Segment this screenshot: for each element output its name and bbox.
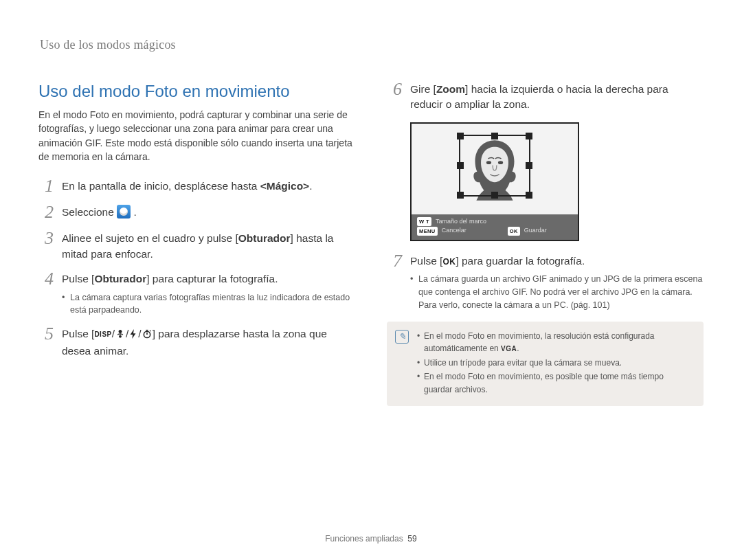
step-number: 7 (387, 252, 402, 312)
vga-icon: VGA (501, 344, 517, 355)
macro-button-icon (115, 328, 125, 343)
step-text-post: . (309, 180, 312, 192)
step-number: 1 (38, 177, 54, 195)
note-item: En el modo Foto en movimiento, es posibl… (417, 370, 694, 396)
camera-lcd-screenshot: W T Tamaño del marco MENU Cancelar OK Gu… (410, 122, 579, 241)
step-sublist: La cámara guarda un archivo GIF animado … (410, 273, 704, 311)
note-item: Utilice un trípode para evitar que la cá… (417, 357, 694, 370)
step-sublist: La cámara captura varias fotografías mie… (62, 291, 355, 317)
step-6: 6 Gire [Zoom] hacia la izquierda o hacia… (387, 82, 704, 113)
svg-rect-1 (146, 330, 148, 331)
lcd-label-save: Guardar (524, 226, 547, 236)
step-text: Pulse [ (62, 328, 94, 339)
step-number: 2 (38, 203, 54, 221)
step-text: Pulse [ (410, 255, 442, 267)
page-footer: Funciones ampliadas 59 (0, 534, 742, 544)
svg-line-3 (150, 331, 150, 331)
timer-button-icon (142, 328, 152, 343)
page-number: 59 (407, 534, 416, 544)
lcd-label-frame-size: Tamaño del marco (436, 217, 486, 227)
section-title: Uso del modo Foto en movimiento (38, 82, 355, 101)
step-7: 7 Pulse [OK] para guardar la fotografía.… (387, 254, 704, 312)
crop-frame-icon (459, 135, 530, 197)
lcd-status-bar: W T Tamaño del marco MENU Cancelar OK Gu… (412, 214, 578, 240)
intro-paragraph: En el modo Foto en movimiento, podrá cap… (38, 108, 355, 164)
step-1: 1 En la pantalla de inicio, desplácese h… (38, 179, 355, 195)
photo-in-motion-mode-icon (117, 205, 131, 219)
lcd-label-cancel: Cancelar (442, 226, 466, 236)
step-5: 5 Pulse [DISP///] para desplazarse hasta… (38, 326, 355, 359)
step-bold: Zoom (436, 83, 465, 95)
lcd-image-area (412, 124, 578, 214)
step-text: Seleccione (62, 206, 117, 218)
step-subitem: La cámara guarda un archivo GIF animado … (410, 273, 704, 311)
two-column-layout: Uso del modo Foto en movimiento En el mo… (38, 82, 704, 406)
note-box: ✎ En el modo Foto en movimiento, la reso… (387, 322, 704, 406)
step-bold: Obturador (238, 232, 291, 244)
step-number: 3 (38, 229, 54, 262)
zoom-wt-icon: W T (417, 217, 431, 226)
note-item: En el modo Foto en movimiento, la resolu… (417, 330, 694, 355)
step-bold: <Mágico> (260, 180, 310, 192)
note-text: En el modo Foto en movimiento, la resolu… (424, 331, 655, 354)
ok-button-icon: OK (442, 256, 456, 268)
step-text-post: ] para guardar la fotografía. (456, 255, 585, 267)
step-subitem: La cámara captura varias fotografías mie… (62, 291, 355, 317)
ok-button-icon: OK (508, 227, 520, 236)
breadcrumb: Uso de los modos mágicos (40, 38, 176, 52)
step-text: En la pantalla de inicio, desplácese has… (62, 180, 260, 192)
manual-page: Uso de los modos mágicos Uso del modo Fo… (0, 0, 742, 560)
step-text-post: . (133, 206, 136, 218)
note-text-post: . (517, 344, 519, 353)
step-4: 4 Pulse [Obturador] para capturar la fot… (38, 271, 355, 317)
note-list: En el modo Foto en movimiento, la resolu… (417, 330, 694, 396)
footer-label: Funciones ampliadas (325, 534, 403, 544)
steps-right: 6 Gire [Zoom] hacia la izquierda o hacia… (387, 82, 704, 113)
flash-button-icon (129, 328, 137, 343)
step-text: Alinee el sujeto en el cuadro y pulse [ (62, 232, 238, 244)
steps-left: 1 En la pantalla de inicio, desplácese h… (38, 179, 355, 359)
note-icon: ✎ (395, 330, 409, 344)
menu-button-icon: MENU (417, 227, 438, 236)
step-text: Pulse [ (62, 273, 94, 284)
right-column: 6 Gire [Zoom] hacia la izquierda o hacia… (387, 82, 704, 406)
left-column: Uso del modo Foto en movimiento En el mo… (38, 82, 355, 406)
step-number: 4 (38, 270, 54, 317)
step-bold: Obturador (94, 273, 146, 284)
step-text: Gire [ (410, 83, 436, 95)
step-3: 3 Alinee el sujeto en el cuadro y pulse … (38, 231, 355, 262)
step-number: 5 (38, 325, 54, 359)
step-number: 6 (387, 80, 402, 113)
steps-right-2: 7 Pulse [OK] para guardar la fotografía.… (387, 254, 704, 312)
disp-button-icon: DISP (94, 330, 111, 340)
step-text-post: ] para capturar la fotografía. (146, 273, 278, 284)
step-2: 2 Seleccione . (38, 205, 355, 221)
